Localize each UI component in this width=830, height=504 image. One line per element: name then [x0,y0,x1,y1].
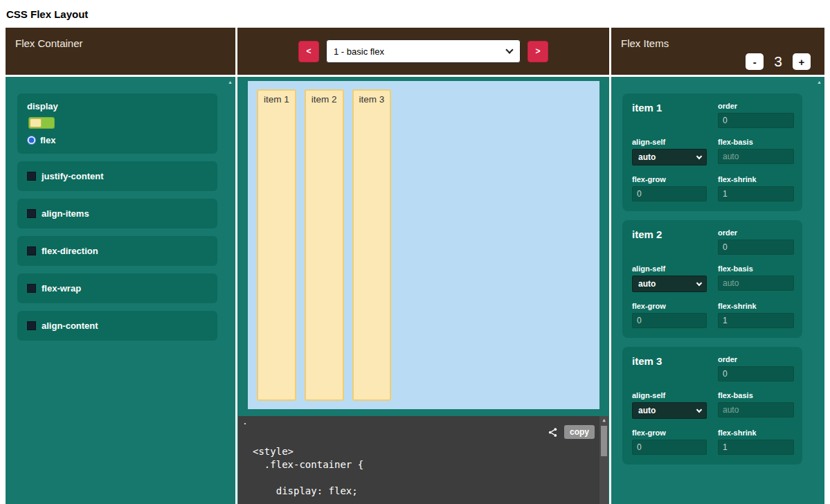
flex-shrink-input[interactable] [718,440,794,455]
flex-item-card: item 2 order align-self auto [622,220,802,338]
page-title: CSS Flex Layout [0,0,830,28]
flex-item-card: item 3 order align-self auto [622,347,802,465]
flex-shrink-input[interactable] [718,186,794,201]
property-card-flex-direction: flex-direction [17,236,217,266]
property-row: flex-direction [27,246,208,256]
flex-grow-label: flex-grow [632,302,707,310]
flex-grow-input[interactable] [632,186,707,201]
display-toggle[interactable] [28,117,55,129]
align-items-checkbox[interactable] [27,209,36,218]
align-self-field: align-self auto [632,264,707,292]
align-content-checkbox[interactable] [27,321,36,330]
flex-grow-input[interactable] [632,440,707,455]
flex-shrink-field: flex-shrink [718,175,794,201]
order-input[interactable] [718,240,794,255]
order-field: order [718,355,794,381]
next-example-button[interactable]: > [527,41,548,62]
code-scrollbar[interactable]: ▲ [599,416,608,504]
scroll-up-icon[interactable]: ▲ [228,80,233,85]
preview-column: < 1 - basic flex > item 1 item 2 item 3 … [237,28,609,504]
order-input[interactable] [718,366,794,381]
property-card-align-items: align-items [17,199,217,228]
align-self-select[interactable]: auto [632,402,707,419]
example-select[interactable]: 1 - basic flex [326,39,521,63]
add-item-button[interactable]: + [793,53,811,70]
flex-item-card: item 1 order align-self auto [622,93,802,211]
main-layout: Flex Container ▲ display flex [0,28,830,504]
property-label: align-content [42,321,98,331]
flex-grow-input[interactable] [632,313,707,328]
order-input[interactable] [718,113,794,128]
flex-shrink-label: flex-shrink [718,175,794,183]
flex-items-column: Flex Items - 3 + ▲ item 1 order [611,28,824,504]
display-section: display flex [17,93,217,154]
align-self-label: align-self [632,391,707,399]
property-row: justify-content [27,171,208,181]
flex-basis-label: flex-basis [718,391,794,399]
order-label: order [718,102,794,110]
item-title-cell: item 1 [632,102,707,128]
flex-basis-label: flex-basis [718,264,794,273]
flex-shrink-input[interactable] [718,313,794,328]
flex-container-panel: ▲ display flex justify-content [6,77,235,504]
property-label: align-items [42,208,89,219]
property-row: align-items [27,208,208,219]
scroll-up-icon[interactable]: ▲ [599,416,608,425]
property-card-flex-wrap: flex-wrap [17,273,217,303]
order-field: order [718,228,794,255]
property-label: justify-content [42,171,104,181]
flex-shrink-label: flex-shrink [718,429,794,437]
flex-basis-input[interactable] [718,276,794,291]
flex-shrink-field: flex-shrink [718,429,794,455]
align-self-select[interactable]: auto [632,276,707,292]
code-line: <style> [253,445,599,458]
align-self-select[interactable]: auto [632,149,707,165]
scroll-up-icon[interactable]: ▲ [817,80,822,85]
item-title-cell: item 3 [632,355,707,381]
example-selector-bar: < 1 - basic flex > [237,28,609,75]
code-line [253,471,599,485]
preview-flex-item: item 1 [257,89,296,401]
flex-basis-input[interactable] [718,149,794,164]
property-row: flex-wrap [27,283,208,294]
toggle-knob-icon [30,118,42,127]
remove-item-button[interactable]: - [746,53,764,70]
scrollbar-thumb[interactable] [601,426,607,456]
flex-direction-checkbox[interactable] [27,246,36,255]
align-self-field: align-self auto [632,391,707,419]
flex-wrap-checkbox[interactable] [27,284,36,293]
flex-grow-field: flex-grow [632,429,707,455]
code-dot: . [242,416,248,426]
flex-grow-label: flex-grow [632,429,707,437]
order-label: order [718,228,794,237]
code-line: .flex-container { [253,458,599,471]
preview-panel: item 1 item 2 item 3 . [237,77,609,504]
code-block: . copy <style> .fl [238,416,608,504]
flex-basis-input[interactable] [718,402,794,417]
justify-content-checkbox[interactable] [27,172,36,181]
code-line: display: flex; [253,485,599,498]
flex-preview-area: item 1 item 2 item 3 [248,81,599,409]
prev-example-button[interactable]: < [298,41,319,62]
flex-container-properties: display flex justify-content [6,77,235,355]
order-field: order [718,102,794,128]
display-label: display [27,101,208,111]
flex-basis-field: flex-basis [718,138,794,165]
flex-basis-field: flex-basis [718,391,794,419]
item-count: 3 [774,53,782,70]
preview-flex-item: item 3 [352,89,392,401]
example-select-wrap: 1 - basic flex [326,39,521,63]
flex-shrink-field: flex-shrink [718,302,794,328]
flex-grow-label: flex-grow [632,175,707,183]
flex-items-header: Flex Items - 3 + [611,28,824,75]
code-body: <style> .flex-container { display: flex; [253,445,599,498]
preview-flex-item: item 2 [305,89,344,401]
flex-grow-field: flex-grow [632,175,707,201]
display-flex-radio[interactable] [27,136,36,145]
flex-grow-field: flex-grow [632,302,707,328]
flex-container-column: Flex Container ▲ display flex [6,28,235,504]
property-card-justify-content: justify-content [17,161,217,191]
property-label: flex-wrap [42,283,81,294]
share-icon[interactable] [548,427,558,438]
copy-button[interactable]: copy [564,425,595,439]
